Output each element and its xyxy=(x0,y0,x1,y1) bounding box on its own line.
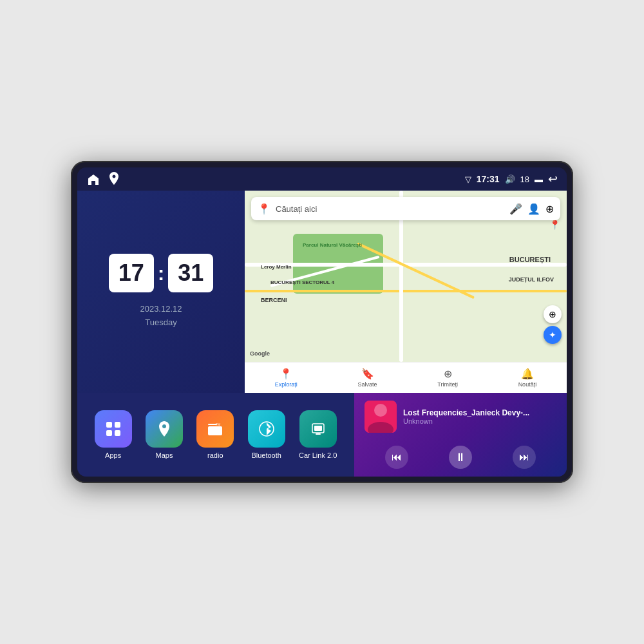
map-search-actions: 🎤 👤 ⊕ xyxy=(509,203,554,215)
bluetooth-icon xyxy=(248,410,285,448)
app-item-apps[interactable]: Apps xyxy=(95,410,132,459)
battery-level: 18 xyxy=(520,175,529,184)
news-label: Noutăți xyxy=(518,381,537,388)
map-search-bar[interactable]: 📍 Căutați aici 🎤 👤 ⊕ xyxy=(251,197,560,220)
svg-rect-11 xyxy=(316,433,321,435)
status-bar: ▽ 17:31 🔊 18 ▬ ↩ xyxy=(77,167,567,191)
media-title: Lost Frequencies_Janieck Devy-... xyxy=(403,408,556,417)
carlink-icon xyxy=(299,410,337,448)
media-album-art xyxy=(365,401,397,433)
map-label-ilfov: JUDEȚUL ILFOV xyxy=(509,276,554,283)
map-label-leroy: Leroy Merlin xyxy=(261,264,292,270)
maps-status-icon[interactable] xyxy=(107,172,121,186)
media-info: Lost Frequencies_Janieck Devy-... Unknow… xyxy=(403,408,556,425)
media-player: Lost Frequencies_Janieck Devy-... Unknow… xyxy=(354,393,567,477)
svg-rect-3 xyxy=(115,430,120,436)
back-button[interactable]: ↩ xyxy=(548,172,558,186)
map-nav-explore[interactable]: 📍 Explorați xyxy=(275,368,298,388)
map-pin-icon: 📍 xyxy=(258,203,270,215)
news-icon: 🔔 xyxy=(521,368,534,380)
status-bar-right: ▽ 17:31 🔊 18 ▬ ↩ xyxy=(465,172,558,186)
media-next-button[interactable]: ⏭ xyxy=(513,446,536,469)
battery-icon: ▬ xyxy=(535,175,543,184)
app-item-radio[interactable]: FM radio xyxy=(196,410,234,459)
svg-point-13 xyxy=(374,404,387,417)
explore-icon: 📍 xyxy=(279,368,292,380)
map-nav-send[interactable]: ⊕ Trimiteți xyxy=(437,368,458,388)
map-road-yellow xyxy=(245,290,567,292)
svg-rect-4 xyxy=(208,426,222,435)
svg-rect-0 xyxy=(106,422,112,428)
status-time: 17:31 xyxy=(477,174,500,184)
saved-icon: 🔖 xyxy=(361,368,374,380)
clock-display: 17 : 31 xyxy=(109,254,214,292)
media-play-button[interactable]: ⏸ xyxy=(449,446,472,469)
app-item-bluetooth[interactable]: Bluetooth xyxy=(248,410,285,459)
map-widget[interactable]: 📍 Căutați aici 🎤 👤 ⊕ xyxy=(245,191,567,393)
media-prev-button[interactable]: ⏮ xyxy=(385,446,408,469)
signal-icon: ▽ xyxy=(465,175,471,184)
map-location-pin: 📍 xyxy=(549,220,560,230)
map-google-logo: Google xyxy=(250,350,270,357)
carlink-label: Car Link 2.0 xyxy=(299,451,337,459)
top-section: 17 : 31 2023.12.12 Tuesday 📍 Căutați aic… xyxy=(77,191,567,393)
clock-widget: 17 : 31 2023.12.12 Tuesday xyxy=(77,191,245,393)
bottom-section: Apps Maps xyxy=(77,393,567,477)
user-icon[interactable]: 👤 xyxy=(527,203,540,215)
explore-label: Explorați xyxy=(275,381,298,388)
status-bar-left xyxy=(86,172,121,186)
volume-icon: 🔊 xyxy=(505,175,515,184)
app-item-carlink[interactable]: Car Link 2.0 xyxy=(299,410,337,459)
svg-point-5 xyxy=(211,429,214,433)
clock-hours: 17 xyxy=(109,254,154,292)
radio-icon: FM xyxy=(196,410,234,448)
svg-rect-1 xyxy=(115,422,120,428)
main-content: 17 : 31 2023.12.12 Tuesday 📍 Căutați aic… xyxy=(77,191,567,477)
send-label: Trimiteți xyxy=(437,381,458,388)
svg-rect-10 xyxy=(314,426,322,431)
prev-icon: ⏮ xyxy=(392,451,402,463)
bluetooth-label: Bluetooth xyxy=(251,451,281,459)
map-label-parc: Parcul Natural Văcărești xyxy=(303,242,362,248)
apps-icon xyxy=(95,410,132,448)
clock-date: 2023.12.12 Tuesday xyxy=(140,303,182,330)
maps-icon xyxy=(146,410,183,448)
map-bottom-nav: 📍 Explorați 🔖 Salvate ⊕ Trimiteți 🔔 xyxy=(245,362,567,393)
svg-text:FM: FM xyxy=(216,422,220,426)
map-label-sector: BUCUREȘTI SECTORUL 4 xyxy=(270,279,334,285)
saved-label: Salvate xyxy=(358,381,377,388)
map-search-placeholder[interactable]: Căutați aici xyxy=(276,204,504,214)
radio-label: radio xyxy=(207,451,223,459)
maps-label: Maps xyxy=(156,451,173,459)
car-head-unit: ▽ 17:31 🔊 18 ▬ ↩ 17 : 31 xyxy=(71,161,573,483)
next-icon: ⏭ xyxy=(519,451,529,463)
clock-minutes: 31 xyxy=(168,254,213,292)
device-screen: ▽ 17:31 🔊 18 ▬ ↩ 17 : 31 xyxy=(77,167,567,477)
apps-grid: Apps Maps xyxy=(77,393,354,477)
layers-icon[interactable]: ⊕ xyxy=(545,203,554,215)
clock-day: Tuesday xyxy=(140,316,182,330)
app-item-maps[interactable]: Maps xyxy=(146,410,183,459)
clock-date-value: 2023.12.12 xyxy=(140,303,182,316)
microphone-icon[interactable]: 🎤 xyxy=(509,203,522,215)
home-button[interactable] xyxy=(86,172,100,186)
apps-label: Apps xyxy=(105,451,121,459)
media-artist: Unknown xyxy=(403,417,556,425)
map-label-berceni: BERCENI xyxy=(261,297,287,303)
map-label-bucuresti: BUCUREȘTI xyxy=(509,256,551,263)
send-icon: ⊕ xyxy=(444,368,452,380)
map-nav-saved[interactable]: 🔖 Salvate xyxy=(358,368,377,388)
play-icon: ⏸ xyxy=(455,451,466,464)
map-nav-news[interactable]: 🔔 Noutăți xyxy=(518,368,537,388)
media-controls: ⏮ ⏸ ⏭ xyxy=(365,446,556,469)
media-info-row: Lost Frequencies_Janieck Devy-... Unknow… xyxy=(365,401,556,433)
svg-rect-2 xyxy=(106,430,112,436)
map-compass[interactable]: ✦ xyxy=(544,326,562,344)
clock-separator: : xyxy=(158,261,165,285)
map-zoom-button[interactable]: ⊕ xyxy=(544,305,562,323)
